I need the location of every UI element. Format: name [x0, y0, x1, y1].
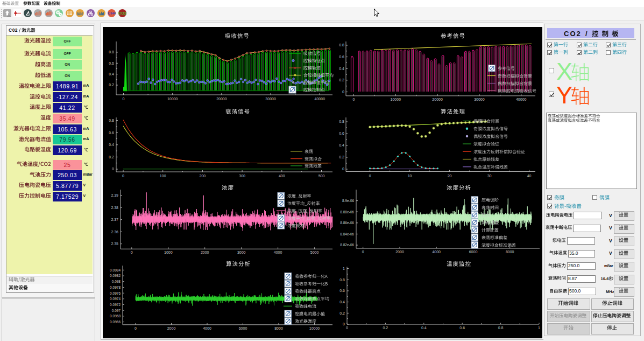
svg-text:1: 1 [538, 326, 540, 330]
svg-text:0.8: 0.8 [339, 43, 344, 47]
svg-text:0.4: 0.4 [339, 300, 345, 304]
svg-text:0.6: 0.6 [459, 326, 465, 330]
svg-text:1000: 1000 [164, 250, 173, 254]
svg-text:0: 0 [343, 322, 345, 326]
svg-text:100: 100 [160, 174, 166, 178]
svg-text:2000: 2000 [201, 250, 209, 254]
svg-text:30: 30 [487, 174, 492, 178]
svg-text:0.4: 0.4 [421, 326, 427, 330]
svg-text:20000: 20000 [432, 98, 443, 101]
svg-text:2.38: 2.38 [111, 206, 118, 210]
svg-text:3000: 3000 [237, 250, 246, 254]
svg-text:8.84e-06: 8.84e-06 [340, 232, 354, 236]
svg-text:30000: 30000 [265, 97, 276, 101]
svg-text:0.8: 0.8 [109, 50, 114, 54]
svg-text:0.2: 0.2 [339, 155, 344, 159]
svg-text:200: 200 [200, 174, 206, 178]
svg-text:10: 10 [408, 174, 412, 178]
svg-text:2000: 2000 [395, 250, 404, 254]
svg-text:1: 1 [343, 267, 345, 270]
svg-text:0.0966: 0.0966 [110, 320, 121, 324]
svg-text:4000: 4000 [203, 326, 211, 330]
svg-text:0: 0 [369, 174, 371, 178]
svg-text:2.39: 2.39 [111, 193, 118, 197]
svg-text:5000: 5000 [310, 250, 319, 254]
svg-text:8.82e-06: 8.82e-06 [340, 243, 354, 247]
svg-text:0: 0 [346, 326, 348, 330]
svg-text:0.2: 0.2 [109, 83, 114, 87]
svg-text:0.8: 0.8 [109, 119, 114, 122]
svg-text:0.4: 0.4 [109, 72, 114, 76]
svg-text:2.37: 2.37 [111, 218, 118, 221]
svg-text:0: 0 [122, 174, 124, 178]
svg-text:0.0978: 0.0978 [110, 286, 121, 289]
svg-text:0.097: 0.097 [112, 309, 121, 312]
svg-text:CO2: CO2 [118, 11, 126, 16]
svg-text:4000: 4000 [274, 250, 282, 254]
svg-text:0.0968: 0.0968 [110, 314, 121, 318]
svg-text:10000: 10000 [167, 97, 178, 101]
svg-text:20000: 20000 [216, 97, 227, 101]
svg-text:8000: 8000 [274, 326, 283, 330]
svg-text:400: 400 [279, 174, 285, 178]
svg-text:6000: 6000 [239, 326, 247, 330]
svg-text:10000: 10000 [309, 326, 320, 330]
svg-text:0.098: 0.098 [112, 280, 121, 283]
svg-text:2000: 2000 [167, 326, 176, 330]
svg-text:8.88e-06: 8.88e-06 [340, 210, 354, 214]
svg-text:0.0984: 0.0984 [110, 268, 121, 272]
svg-text:0.2: 0.2 [109, 155, 114, 159]
svg-text:0.0982: 0.0982 [110, 274, 121, 277]
svg-text:30000: 30000 [474, 98, 485, 101]
svg-text:20: 20 [448, 174, 452, 178]
svg-text:0.4: 0.4 [339, 143, 344, 147]
svg-text:0.2: 0.2 [339, 78, 344, 82]
svg-text:0: 0 [353, 98, 355, 101]
svg-text:0.8: 0.8 [339, 278, 345, 282]
svg-text:0: 0 [123, 97, 125, 101]
svg-text:0.2: 0.2 [383, 326, 388, 330]
svg-text:6000: 6000 [469, 250, 478, 254]
svg-text:40: 40 [527, 174, 532, 178]
svg-text:0: 0 [362, 250, 364, 254]
svg-text:2.36: 2.36 [111, 230, 118, 234]
svg-text:300: 300 [239, 174, 245, 178]
svg-text:40000: 40000 [516, 98, 527, 101]
svg-text:0.4: 0.4 [339, 67, 344, 71]
svg-text:0: 0 [342, 167, 344, 171]
svg-text:0.6: 0.6 [109, 61, 114, 65]
svg-text:8.9e-06: 8.9e-06 [342, 199, 354, 203]
svg-text:0.4: 0.4 [109, 143, 114, 147]
svg-text:0.8: 0.8 [498, 326, 504, 330]
svg-text:2.35: 2.35 [111, 242, 118, 246]
svg-text:0.6: 0.6 [339, 55, 344, 59]
svg-text:0.6: 0.6 [339, 131, 344, 135]
svg-text:0.8: 0.8 [339, 120, 344, 123]
svg-text:0: 0 [342, 90, 344, 94]
svg-text:8000: 8000 [506, 250, 514, 254]
svg-text:500: 500 [319, 174, 325, 178]
svg-text:40000: 40000 [315, 97, 325, 101]
svg-text:0.0974: 0.0974 [110, 297, 121, 301]
svg-text:0.6: 0.6 [109, 131, 114, 135]
svg-text:0: 0 [112, 167, 114, 171]
svg-text:0.0972: 0.0972 [110, 303, 121, 307]
svg-text:0.2: 0.2 [339, 311, 345, 315]
svg-text:8.86e-06: 8.86e-06 [340, 221, 354, 225]
svg-text:0.6: 0.6 [339, 289, 345, 293]
svg-text:CH4: CH4 [108, 11, 116, 16]
svg-text:0: 0 [135, 326, 137, 330]
svg-text:10000: 10000 [391, 98, 401, 101]
svg-text:0: 0 [131, 250, 133, 254]
svg-text:4000: 4000 [432, 250, 441, 254]
svg-text:0.0976: 0.0976 [110, 291, 121, 295]
